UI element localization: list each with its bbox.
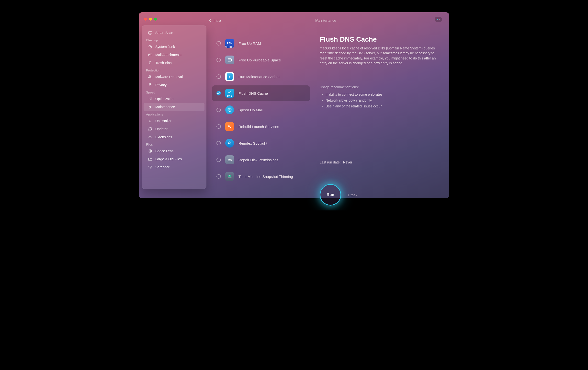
sidebar-item-maintenance[interactable]: Maintenance	[144, 103, 204, 111]
task-radio[interactable]	[216, 41, 221, 46]
dns-icon: DNS	[225, 89, 234, 98]
task-rebuild-launch-services[interactable]: Rebuild Launch Services	[212, 119, 310, 134]
svg-point-7	[149, 150, 152, 152]
sidebar-item-label: Space Lens	[155, 149, 173, 153]
task-radio[interactable]	[216, 158, 221, 162]
sidebar-item-privacy[interactable]: Privacy	[144, 81, 204, 89]
task-label: Flush DNS Cache	[238, 91, 268, 95]
disk-icon	[225, 56, 234, 64]
svg-rect-16	[228, 177, 232, 178]
page-title: Maintenance	[315, 18, 336, 23]
task-label: Run Maintenance Scripts	[238, 75, 280, 79]
trash-x-icon	[148, 119, 152, 123]
close-icon[interactable]	[144, 18, 147, 21]
svg-rect-11	[228, 59, 232, 60]
sidebar-item-mail-attachments[interactable]: Mail Attachments	[144, 51, 204, 59]
envelope-icon	[148, 53, 152, 57]
sidebar-item-shredder[interactable]: Shredder	[144, 163, 204, 171]
last-run-label: Last run date:	[320, 160, 341, 164]
sidebar-item-label: Malware Removal	[155, 75, 183, 79]
task-radio[interactable]	[216, 124, 221, 129]
sidebar-item-label: Shredder	[155, 165, 170, 169]
sidebar-item-extensions[interactable]: Extensions	[144, 133, 204, 141]
svg-point-13	[228, 142, 230, 144]
sidebar-item-system-junk[interactable]: System Junk	[144, 43, 204, 51]
usage-item: Network slows down randomly	[321, 97, 440, 103]
task-label: Repair Disk Permissions	[238, 158, 278, 162]
sidebar-item-smart-scan[interactable]: Smart Scan	[144, 29, 204, 37]
sliders-icon	[148, 97, 152, 101]
svg-point-6	[151, 77, 152, 78]
task-time-machine-thinning[interactable]: Time Machine Snapshot Thinning	[212, 169, 310, 184]
mail-spiral-icon	[225, 105, 234, 114]
task-radio[interactable]	[216, 58, 221, 62]
sidebar-item-space-lens[interactable]: Space Lens	[144, 147, 204, 155]
biohazard-icon	[148, 75, 152, 79]
usage-item: Inability to connect to some web-sites	[321, 92, 440, 97]
task-label: Speed Up Mail	[238, 108, 262, 112]
shredder-icon	[148, 165, 152, 169]
task-free-up-ram[interactable]: RAM Free Up RAM	[212, 35, 310, 51]
svg-rect-0	[148, 32, 152, 34]
svg-point-12	[228, 125, 230, 127]
minimize-icon[interactable]	[149, 18, 152, 21]
task-reindex-spotlight[interactable]: Reindex Spotlight	[212, 135, 310, 151]
lens-icon	[148, 149, 152, 153]
sidebar-item-label: Large & Old Files	[155, 157, 182, 161]
task-label: Time Machine Snapshot Thinning	[238, 174, 293, 179]
back-button[interactable]: Intro	[210, 18, 221, 23]
task-radio[interactable]	[216, 174, 221, 179]
svg-point-3	[150, 76, 151, 78]
task-radio-checked[interactable]	[216, 91, 221, 95]
trash-icon	[148, 61, 152, 65]
refresh-icon	[148, 127, 152, 131]
sidebar-section-applications: Applications	[142, 111, 206, 117]
task-radio[interactable]	[216, 141, 221, 145]
svg-point-4	[150, 75, 151, 76]
last-run-value: Never	[343, 160, 352, 164]
sidebar-item-label: Mail Attachments	[155, 53, 181, 57]
clipboard-icon	[225, 72, 234, 81]
sidebar-item-trash-bins[interactable]: Trash Bins	[144, 59, 204, 67]
svg-rect-2	[148, 54, 152, 56]
task-free-up-purgeable-space[interactable]: Free Up Purgeable Space	[212, 52, 310, 68]
detail-pane: Flush DNS Cache macOS keeps local cache …	[320, 35, 440, 109]
disk-wrench-icon	[225, 155, 234, 164]
sidebar-item-label: System Junk	[155, 45, 175, 49]
sidebar-section-files: Files	[142, 141, 206, 147]
sidebar-item-optimization[interactable]: Optimization	[144, 95, 204, 103]
sidebar-item-malware-removal[interactable]: Malware Removal	[144, 73, 204, 81]
sidebar-item-updater[interactable]: Updater	[144, 125, 204, 133]
sidebar-section-speed: Speed	[142, 89, 206, 95]
status-pill[interactable]	[435, 17, 442, 22]
sidebar-item-label: Updater	[155, 127, 168, 131]
wrench-icon	[148, 105, 152, 109]
task-label: Free Up Purgeable Space	[238, 58, 281, 62]
app-window: Intro Maintenance Smart Scan Cleanup Sys…	[139, 12, 449, 198]
sidebar-item-large-old-files[interactable]: Large & Old Files	[144, 155, 204, 163]
svg-point-5	[148, 77, 150, 78]
last-run: Last run date: Never	[320, 160, 352, 164]
folder-icon	[148, 157, 152, 161]
puzzle-icon	[148, 135, 152, 139]
run-button[interactable]: Run	[320, 184, 341, 206]
svg-point-8	[150, 150, 151, 152]
task-label: Free Up RAM	[238, 41, 261, 46]
maximize-icon[interactable]	[154, 18, 157, 21]
task-radio[interactable]	[216, 74, 221, 79]
sidebar-item-uninstaller[interactable]: Uninstaller	[144, 117, 204, 125]
gear-wrench-icon	[225, 122, 234, 131]
task-label: Rebuild Launch Services	[238, 125, 279, 129]
task-speed-up-mail[interactable]: Speed Up Mail	[212, 102, 310, 118]
usage-item: Use if any of the related issues occur	[321, 103, 440, 109]
task-radio[interactable]	[216, 108, 221, 112]
task-repair-disk-permissions[interactable]: Repair Disk Permissions	[212, 152, 310, 168]
task-run-maintenance-scripts[interactable]: Run Maintenance Scripts	[212, 69, 310, 84]
time-machine-icon	[225, 172, 234, 181]
window-controls	[144, 18, 157, 21]
task-label: Reindex Spotlight	[238, 141, 267, 145]
sidebar-item-label: Uninstaller	[155, 119, 171, 123]
task-flush-dns-cache[interactable]: DNS Flush DNS Cache	[212, 85, 310, 101]
detail-description: macOS keeps local cache of resolved DNS …	[320, 46, 437, 66]
usage-list: Inability to connect to some web-sites N…	[321, 92, 440, 109]
